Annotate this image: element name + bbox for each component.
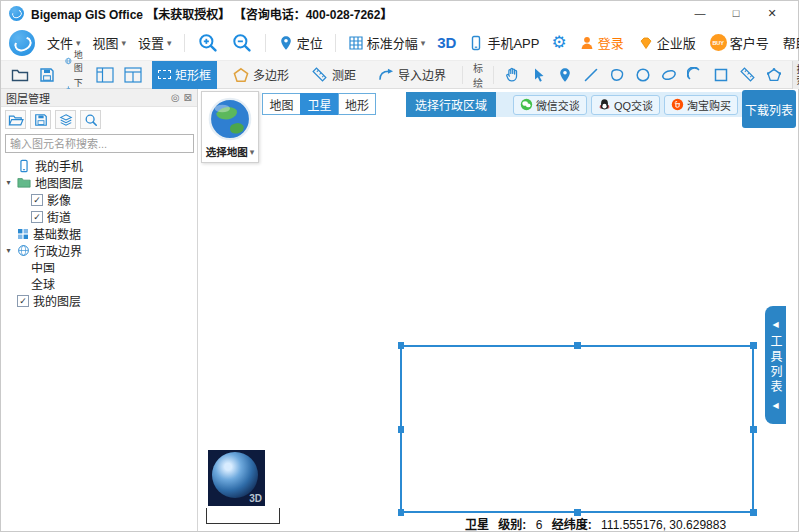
menu-view[interactable]: 视图 ▾ xyxy=(93,33,127,52)
open-layer-button[interactable] xyxy=(5,110,26,129)
customer-button[interactable]: BUY 客户号 xyxy=(710,33,769,52)
tree-item-map-layers[interactable]: ▾ 地图图层 xyxy=(1,174,197,191)
standard-framing-button[interactable]: 标准分幅 ▾ xyxy=(348,33,426,52)
open-folder-button[interactable] xyxy=(11,67,29,83)
arc-tool[interactable] xyxy=(687,67,703,83)
buy-badge-icon: BUY xyxy=(710,34,727,51)
circle-tool[interactable] xyxy=(635,67,651,83)
tab-satellite[interactable]: 卫星 xyxy=(300,93,338,115)
globe-3d-thumbnail[interactable]: 3D xyxy=(208,450,265,506)
zoom-out-button[interactable] xyxy=(231,32,253,54)
line-tool[interactable] xyxy=(583,67,599,83)
map-mini-button[interactable]: 地图 xyxy=(65,48,86,74)
wechat-chat-button[interactable]: 微信交谈 xyxy=(513,95,587,115)
resize-handle[interactable] xyxy=(398,426,404,433)
layer-panel-header: 图层管理 ◎ ⊠ xyxy=(1,89,197,107)
resize-handle[interactable] xyxy=(750,509,757,516)
layers-button[interactable] xyxy=(55,110,76,129)
map-status-bar: 卫星 级别: 6 经纬度: 111.555176, 30.629883 xyxy=(465,515,732,531)
tree-item-imagery[interactable]: ✓ 影像 xyxy=(1,191,197,208)
menu-bar: 文件 ▾ 视图 ▾ 设置 ▾ 定位 标准分幅 ▾ 3D 手机APP ⚙ xyxy=(1,25,798,61)
close-panel-icon[interactable]: ⊠ xyxy=(184,92,192,103)
locate-button[interactable]: 定位 xyxy=(278,33,323,52)
zoom-in-button[interactable] xyxy=(197,32,219,54)
enterprise-button[interactable]: 企业版 xyxy=(638,33,696,52)
panel-split-button[interactable] xyxy=(124,67,142,83)
phone-icon xyxy=(468,35,484,51)
bigemap-logo-icon[interactable] xyxy=(9,30,35,56)
taobao-icon xyxy=(671,98,684,111)
checkbox-checked[interactable]: ✓ xyxy=(31,211,43,223)
tree-item-my-phone[interactable]: 我的手机 xyxy=(1,157,197,174)
select-region-button[interactable]: 选择行政区域 xyxy=(406,92,496,117)
pin-panel-icon[interactable]: ◎ xyxy=(171,92,180,103)
contact-buttons: 微信交谈 QQ交谈 淘宝购买 xyxy=(513,95,738,115)
checkbox-checked[interactable]: ✓ xyxy=(17,295,29,307)
download-list-button[interactable]: 下载列表 xyxy=(742,90,796,128)
threed-button[interactable]: 3D xyxy=(437,34,456,51)
marker-tool[interactable] xyxy=(557,67,573,83)
save-button[interactable] xyxy=(39,67,55,83)
basemap-tabs: 地图 卫星 地形 xyxy=(262,93,376,115)
status-level-label: 级别: xyxy=(498,518,526,531)
tree-item-admin-boundary[interactable]: ▾ 行政边界 xyxy=(1,242,197,259)
person-icon xyxy=(579,35,595,51)
tree-item-streets[interactable]: ✓ 街道 xyxy=(1,208,197,225)
rectangle-tool[interactable] xyxy=(713,67,729,83)
measure-distance-button[interactable]: 测距 xyxy=(305,61,362,89)
resize-handle[interactable] xyxy=(750,426,757,433)
tree-item-my-layers[interactable]: ✓ 我的图层 xyxy=(1,292,197,309)
tab-terrain[interactable]: 地形 xyxy=(338,93,376,115)
polygon-icon xyxy=(233,67,249,83)
chevron-down-icon: ▾ xyxy=(122,38,127,48)
measure-ruler-tool[interactable] xyxy=(739,66,756,83)
resize-handle[interactable] xyxy=(398,342,404,349)
tree-item-global[interactable]: 全球 xyxy=(1,275,197,292)
gear-icon[interactable]: ⚙ xyxy=(551,34,566,51)
minimize-button[interactable]: — xyxy=(682,3,718,23)
menu-settings[interactable]: 设置 ▾ xyxy=(138,33,172,52)
tree-expand-icon[interactable]: ▾ xyxy=(4,246,13,255)
rectangle-select-button[interactable]: 矩形框 xyxy=(152,61,217,89)
polygon-select-button[interactable]: 多边形 xyxy=(227,61,295,89)
import-arrow-icon xyxy=(378,67,395,82)
checkbox-checked[interactable]: ✓ xyxy=(31,194,43,206)
close-button[interactable]: ✕ xyxy=(754,3,790,23)
tree-item-basic-data[interactable]: 基础数据 xyxy=(1,225,197,242)
ellipse-tool[interactable] xyxy=(661,67,677,83)
resize-handle[interactable] xyxy=(574,342,581,349)
search-layer-button[interactable] xyxy=(80,110,101,129)
diamond-icon xyxy=(638,35,654,51)
maximize-button[interactable]: □ xyxy=(718,3,754,23)
resize-handle[interactable] xyxy=(750,342,757,349)
freeform-polygon-tool[interactable] xyxy=(609,67,625,83)
import-boundary-button[interactable]: 导入边界 xyxy=(372,61,452,89)
search-panel-toggle[interactable]: 搜索 xyxy=(792,61,799,89)
tree-expand-icon[interactable]: ▾ xyxy=(4,178,13,187)
selection-rectangle[interactable] xyxy=(400,345,754,513)
login-button[interactable]: 登录 xyxy=(579,33,624,52)
menubar-right-group: 登录 企业版 BUY 客户号 帮助 ▾ xyxy=(579,33,799,52)
tree-item-china[interactable]: 中国 xyxy=(1,259,197,275)
pan-hand-tool[interactable] xyxy=(504,66,521,83)
save-layer-button[interactable] xyxy=(30,110,51,129)
taobao-buy-button[interactable]: 淘宝购买 xyxy=(664,95,738,115)
phone-icon xyxy=(17,159,31,173)
panel-layout-button[interactable] xyxy=(96,67,114,83)
qq-chat-button[interactable]: QQ交谈 xyxy=(591,95,660,115)
layer-search-input[interactable] xyxy=(5,134,194,153)
area-measure-tool[interactable] xyxy=(766,67,782,83)
globe-icon xyxy=(65,56,72,66)
map-canvas[interactable]: 选择地图 ▾ 地图 卫星 地形 选择行政区域 微信交谈 xyxy=(198,89,798,531)
qq-icon xyxy=(598,98,611,111)
mobile-app-button[interactable]: 手机APP xyxy=(468,33,539,52)
select-cursor-tool[interactable] xyxy=(531,67,547,83)
resize-handle[interactable] xyxy=(398,509,404,516)
title-bar: Bigemap GIS Office 【未获取授权】 【咨询电话：400-028… xyxy=(1,1,798,25)
tab-map[interactable]: 地图 xyxy=(262,93,300,115)
separator xyxy=(335,34,336,52)
separator xyxy=(184,34,185,52)
help-menu[interactable]: 帮助 ▾ xyxy=(783,33,799,52)
select-basemap-button[interactable]: 选择地图 ▾ xyxy=(201,91,259,163)
tool-list-tab[interactable]: ◀ 工具列表 ◀ xyxy=(765,306,786,424)
